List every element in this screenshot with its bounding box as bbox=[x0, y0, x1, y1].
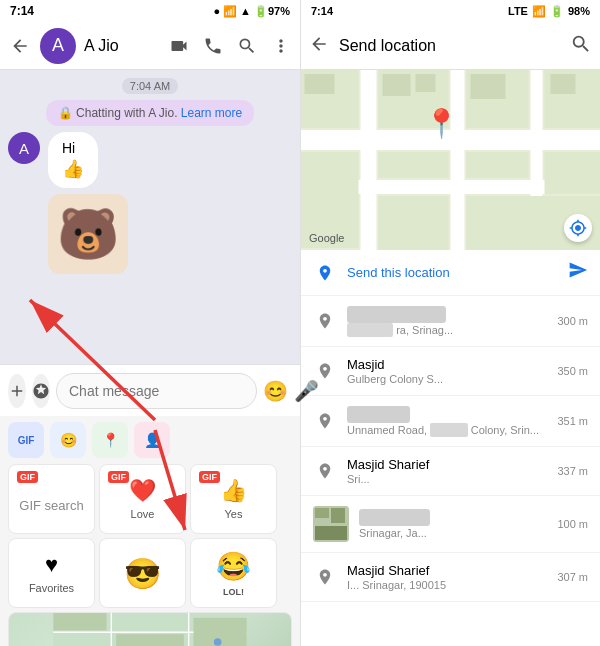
gif-search-label: GIF search bbox=[19, 498, 83, 513]
svg-rect-12 bbox=[361, 70, 377, 250]
sticker-button[interactable] bbox=[32, 374, 50, 408]
location-2-info: hidden h ra, Srinag... bbox=[347, 306, 547, 336]
add-attachment-button[interactable] bbox=[8, 374, 26, 408]
favorites-cell[interactable]: ♥ Favorites bbox=[8, 538, 95, 608]
gif-tray-button[interactable]: GIF bbox=[8, 422, 44, 458]
signal-icon: 📶 bbox=[223, 5, 237, 18]
location-5-name: Masjid Sharief bbox=[347, 457, 547, 472]
svg-rect-25 bbox=[383, 74, 411, 96]
location-7-info: Masjid Sharief I... Srinagar, 190015 bbox=[347, 563, 547, 591]
input-right-icons: 😊 🎤 bbox=[263, 379, 319, 403]
location-item-2[interactable]: hidden h ra, Srinag... 300 m bbox=[301, 296, 600, 347]
right-back-button[interactable] bbox=[309, 34, 329, 58]
location-item-7[interactable]: Masjid Sharief I... Srinagar, 190015 307… bbox=[301, 553, 600, 602]
map-location-pin: 📍 bbox=[424, 107, 459, 140]
location-map-cell[interactable]: Select this location bbox=[8, 612, 292, 646]
right-time: 7:14 bbox=[311, 5, 333, 17]
chat-timestamp: 7:04 AM bbox=[122, 78, 178, 94]
chat-input-field[interactable] bbox=[56, 373, 257, 409]
svg-point-4 bbox=[214, 638, 222, 646]
send-this-location-item[interactable]: Send this location bbox=[301, 250, 600, 296]
people-tray-button[interactable]: 👤 bbox=[134, 422, 170, 458]
sticker-1-cell[interactable]: 😎 bbox=[99, 538, 186, 608]
location-item-3[interactable]: Masjid Gulberg Colony S... 350 m bbox=[301, 347, 600, 396]
location-6-info: h Srinagar, Ja... bbox=[359, 509, 547, 539]
mic-icon[interactable]: 🎤 bbox=[294, 379, 319, 403]
location-pin-icon-2 bbox=[313, 309, 337, 333]
location-tray-button[interactable]: 📍 bbox=[92, 422, 128, 458]
svg-rect-18 bbox=[379, 152, 449, 178]
sticker-tray-button[interactable]: 😊 bbox=[50, 422, 86, 458]
contact-avatar: A bbox=[40, 28, 76, 64]
left-time: 7:14 bbox=[10, 4, 34, 18]
more-options-icon[interactable] bbox=[270, 35, 292, 57]
location-7-distance: 307 m bbox=[557, 571, 588, 583]
svg-rect-24 bbox=[545, 152, 601, 194]
sticker-bear: 🐻 bbox=[48, 194, 128, 274]
svg-rect-2 bbox=[116, 634, 184, 646]
hi-text: Hi bbox=[62, 140, 75, 156]
wifi-icon: ▲ bbox=[240, 5, 251, 17]
svg-rect-1 bbox=[53, 613, 106, 630]
right-status-bar: 7:14 LTE 📶 🔋 98% bbox=[301, 0, 600, 22]
battery-icon: 🔋97% bbox=[254, 5, 290, 18]
location-pin-icon-4 bbox=[313, 409, 337, 433]
search-header-icon[interactable] bbox=[236, 35, 258, 57]
video-call-icon[interactable] bbox=[168, 35, 190, 57]
gif-badge: GIF bbox=[17, 471, 38, 483]
svg-rect-28 bbox=[551, 74, 576, 94]
location-item-6[interactable]: h Srinagar, Ja... 100 m bbox=[301, 496, 600, 553]
yes-gif-badge: GIF bbox=[199, 471, 220, 483]
svg-rect-19 bbox=[467, 152, 529, 178]
map-svg bbox=[301, 70, 600, 250]
sticker-2-cell[interactable]: 😂 LOL! bbox=[190, 538, 277, 608]
location-5-distance: 337 m bbox=[557, 465, 588, 477]
sticker-2-emoji: 😂 bbox=[216, 550, 251, 583]
location-3-distance: 350 m bbox=[557, 365, 588, 377]
phone-icon[interactable] bbox=[202, 35, 224, 57]
location-3-address: Gulberg Colony S... bbox=[347, 373, 547, 385]
svg-rect-26 bbox=[416, 74, 436, 92]
right-signal-icon: 📶 bbox=[532, 5, 546, 18]
mini-map-bg bbox=[9, 613, 291, 646]
thumbs-up: 👍 bbox=[62, 158, 84, 180]
location-6-address: Srinagar, Ja... bbox=[359, 527, 547, 539]
location-4-info: h Unnamed Road, x Colony, Srin... bbox=[347, 406, 547, 436]
love-gif-cell[interactable]: GIF ❤️ Love bbox=[99, 464, 186, 534]
location-tray-row: Select this location bbox=[0, 612, 300, 646]
tray-grid: GIF GIF search GIF ❤️ Love GIF 👍 Yes ♥ F… bbox=[0, 464, 300, 612]
send-this-location-info: Send this location bbox=[347, 265, 558, 280]
location-5-info: Masjid Sharief Sri... bbox=[347, 457, 547, 485]
back-button[interactable] bbox=[8, 34, 32, 58]
location-2-distance: 300 m bbox=[557, 315, 588, 327]
yes-gif-cell[interactable]: GIF 👍 Yes bbox=[190, 464, 277, 534]
send-location-arrow[interactable] bbox=[568, 260, 588, 285]
learn-more-link[interactable]: Learn more bbox=[181, 106, 242, 120]
chat-header: A A Jio bbox=[0, 22, 300, 70]
svg-rect-21 bbox=[379, 196, 449, 250]
emoji-icon[interactable]: 😊 bbox=[263, 379, 288, 403]
map-view[interactable]: 📍 Google bbox=[301, 70, 600, 250]
header-action-icons bbox=[168, 35, 292, 57]
tray-top-icons: GIF 😊 📍 👤 bbox=[0, 416, 300, 464]
yes-emoji: 👍 bbox=[220, 478, 247, 504]
location-6-distance: 100 m bbox=[557, 518, 588, 530]
search-icon[interactable] bbox=[570, 33, 592, 59]
location-pin-icon-1 bbox=[313, 261, 337, 285]
right-battery-icon: 🔋 bbox=[550, 5, 564, 18]
send-location-title: Send location bbox=[339, 37, 560, 55]
bottom-tray: GIF 😊 📍 👤 GIF GIF search GIF ❤️ Love GIF… bbox=[0, 416, 300, 646]
notification-text: Chatting with A Jio. bbox=[76, 106, 181, 120]
location-item-4[interactable]: h Unnamed Road, x Colony, Srin... 351 m bbox=[301, 396, 600, 447]
gif-search-cell[interactable]: GIF GIF search bbox=[8, 464, 95, 534]
svg-rect-32 bbox=[331, 508, 345, 523]
love-label: Love bbox=[131, 508, 155, 520]
svg-rect-13 bbox=[451, 70, 465, 250]
location-4-name-row: h bbox=[347, 406, 547, 423]
location-pin-icon-7 bbox=[313, 565, 337, 589]
left-panel: 7:14 ● 📶 ▲ 🔋97% A A Jio bbox=[0, 0, 300, 646]
chat-notification: 🔒 Chatting with A Jio. Learn more bbox=[46, 100, 254, 126]
my-location-button[interactable] bbox=[564, 214, 592, 242]
location-item-5[interactable]: Masjid Sharief Sri... 337 m bbox=[301, 447, 600, 496]
left-status-icons: ● 📶 ▲ 🔋97% bbox=[213, 5, 290, 18]
